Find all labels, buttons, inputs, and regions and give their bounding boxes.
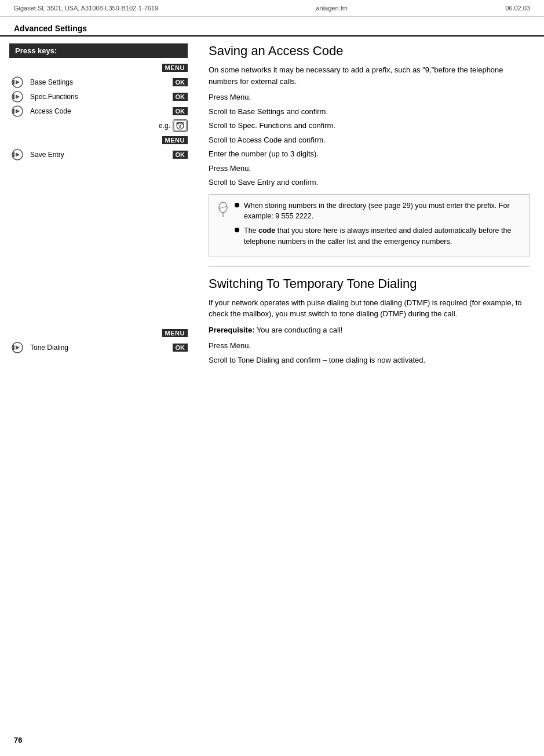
header-center: anlagen.fm xyxy=(316,5,347,12)
pin-icon xyxy=(217,202,229,251)
note-bullet-2: The code that you store here is always i… xyxy=(235,225,521,247)
svg-marker-15 xyxy=(13,152,14,157)
page-title: Advanced Settings xyxy=(14,24,87,33)
tone-dialing-label: Tone Dialing xyxy=(28,344,170,352)
header-right: 06.02.03 xyxy=(505,5,530,12)
page-number: 76 xyxy=(14,736,22,744)
spec-functions-ok: OK xyxy=(173,93,188,101)
svg-marker-1 xyxy=(16,80,20,85)
svg-line-21 xyxy=(219,206,227,209)
access-code-label: Access Code xyxy=(28,107,170,115)
svg-marker-5 xyxy=(13,94,14,99)
base-settings-ok: OK xyxy=(173,78,188,86)
note-text-2: The code that you store here is always i… xyxy=(244,225,521,247)
note-content: When storing numbers in the directory (s… xyxy=(235,200,521,251)
tone-dialing-row: Tone Dialing OK xyxy=(9,341,188,354)
bullet-circle-2 xyxy=(235,228,239,232)
instruction-5: Enter the number (up to 3 digits). xyxy=(209,148,530,160)
svg-text:OPER: OPER xyxy=(176,122,185,125)
instruction-3: Scroll to Spec. Functions and confirm. xyxy=(209,120,530,132)
spec-functions-label: Spec.Functions xyxy=(28,93,170,101)
menu-label-1: MENU xyxy=(162,64,188,72)
svg-marker-2 xyxy=(13,80,14,85)
menu-row-1: MENU xyxy=(9,61,188,74)
svg-marker-17 xyxy=(16,345,20,350)
save-entry-row: Save Entry OK xyxy=(9,148,188,161)
section1-intro: On some networks it may be necessary to … xyxy=(209,64,530,87)
instruction-4: Scroll to Access Code and confirm. xyxy=(209,134,530,146)
spacer-1 xyxy=(9,163,188,325)
nav-icon-tone xyxy=(9,341,25,354)
section1-title: Saving an Access Code xyxy=(209,43,530,59)
nav-icon-save xyxy=(9,148,25,161)
page-title-area: Advanced Settings xyxy=(0,17,544,36)
tone-dialing-ok: OK xyxy=(173,344,188,352)
header: Gigaset SL 3501, USA, A31008-L350-B102-1… xyxy=(0,0,544,17)
menu-row-2: MENU xyxy=(9,134,188,147)
svg-marker-18 xyxy=(13,345,14,350)
instruction-6: Press Menu. xyxy=(209,163,530,174)
section2-instruction-1: Press Menu. xyxy=(209,340,530,352)
eg-text: e.g. xyxy=(159,122,170,130)
save-entry-label: Save Entry xyxy=(28,151,170,159)
nav-icon-spec xyxy=(9,90,25,103)
access-code-row: Access Code OK xyxy=(9,105,188,118)
press-keys-header: Press keys: xyxy=(9,43,188,58)
prerequisite-label: Prerequisite: xyxy=(209,326,254,334)
prerequisite-value: You are conducting a call! xyxy=(257,326,342,334)
prerequisite-text: Prerequisite: You are conducting a call! xyxy=(209,324,530,336)
right-panel: Saving an Access Code On some networks i… xyxy=(197,36,544,378)
section2-intro: If your network operates with pulse dial… xyxy=(209,297,530,320)
spec-functions-row: Spec.Functions OK xyxy=(9,90,188,103)
section2-instruction-2: Scroll to Tone Dialing and confirm – ton… xyxy=(209,355,530,366)
oper-icon: 0 OPER xyxy=(173,119,188,132)
main-layout: Press keys: MENU Base Settings OK xyxy=(0,36,544,378)
nav-icon-base xyxy=(9,76,25,89)
svg-marker-7 xyxy=(16,109,20,114)
access-code-ok: OK xyxy=(173,107,188,115)
svg-marker-14 xyxy=(16,152,20,157)
svg-marker-8 xyxy=(13,109,14,114)
note-bullet-1: When storing numbers in the directory (s… xyxy=(235,200,521,222)
base-settings-row: Base Settings OK xyxy=(9,76,188,89)
nav-icon-access xyxy=(9,105,25,118)
instruction-7: Scroll to Save Entry and confirm. xyxy=(209,177,530,188)
header-left: Gigaset SL 3501, USA, A31008-L350-B102-1… xyxy=(14,5,158,12)
note-box: When storing numbers in the directory (s… xyxy=(209,194,530,257)
instruction-2: Scroll to Base Settings and confirm. xyxy=(209,106,530,118)
section-divider xyxy=(209,266,530,267)
svg-marker-4 xyxy=(16,94,20,99)
instruction-1: Press Menu. xyxy=(209,92,530,103)
base-settings-label: Base Settings xyxy=(28,78,170,86)
menu-row-bottom: MENU xyxy=(9,327,188,339)
eg-oper-row: e.g. 0 OPER xyxy=(9,119,188,132)
menu-label-2: MENU xyxy=(162,136,188,144)
bullet-circle-1 xyxy=(235,203,239,207)
menu-label-bottom: MENU xyxy=(162,329,188,337)
left-panel: Press keys: MENU Base Settings OK xyxy=(0,36,197,378)
code-bold: code xyxy=(258,227,275,235)
save-entry-ok: OK xyxy=(173,151,188,159)
section2-title: Switching To Temporary Tone Dialing xyxy=(209,276,530,291)
note-text-1: When storing numbers in the directory (s… xyxy=(244,200,521,222)
